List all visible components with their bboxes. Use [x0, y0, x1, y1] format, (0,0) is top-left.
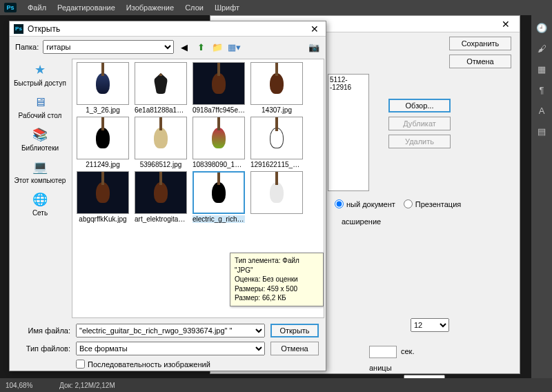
file-tooltip: Тип элемента: Файл "JPG" Оценка: Без оце… [230, 253, 324, 306]
pdf-list-item[interactable]: 5112--12916 [330, 76, 367, 91]
pdf-file-list[interactable]: 5112--12916 [328, 74, 369, 191]
radio-document-label: ный документ [346, 200, 395, 208]
menu-edit[interactable]: Редактирование [52, 3, 121, 12]
pages-label: аницы [369, 364, 392, 372]
radio-presentation-label: Презентация [415, 200, 461, 208]
ps-icon: Ps [14, 24, 23, 34]
seconds-input[interactable] [369, 346, 397, 358]
file-thumbnail[interactable]: 6e1a81288a18034... [133, 62, 188, 114]
thumbnail-image [77, 62, 129, 105]
thumbnail-label: 108398090_1GG.jpg [193, 161, 245, 168]
thumbnail-label: 53968512.jpg [135, 161, 187, 168]
back-icon[interactable]: ◀ [178, 41, 190, 53]
file-thumbnail[interactable]: electric_g_rich_rwgo [191, 171, 246, 223]
zoom-level[interactable]: 104,68% [6, 382, 47, 389]
desktop-icon: 🖥 [30, 94, 50, 110]
sidebar-quick-access[interactable]: ★ Быстрый доступ [14, 61, 66, 87]
network-icon: 🌐 [30, 191, 50, 208]
open-file-dialog: Ps Открыть ✕ Папка: гитары ◀ ⬆ 📁 ▦▾ 📷 ★ … [9, 21, 326, 371]
camera-icon[interactable]: 📷 [308, 41, 320, 53]
file-thumbnail[interactable]: art_elektrogitara... [133, 171, 188, 223]
file-thumbnail[interactable]: 108398090_1GG.jpg [191, 117, 246, 168]
status-bar: 104,68% Док: 2,12M/2,12M [0, 378, 552, 392]
sidebar-this-pc[interactable]: 💻 Этот компьютер [14, 159, 66, 184]
open-button[interactable]: Открыть [270, 324, 319, 337]
thumbnail-label: 0918a7ffc945ef... [193, 106, 245, 114]
open-title: Открыть [28, 24, 60, 34]
thumbnail-image [77, 171, 129, 214]
image-sequence-label: Последовательность изображений [88, 360, 210, 369]
menu-image[interactable]: Изображение [121, 3, 179, 12]
radio-document[interactable]: ный документ [335, 199, 395, 208]
brush-icon[interactable]: 🖌 [535, 41, 549, 55]
thumbnail-label: 211249.jpg [77, 161, 129, 168]
filetype-select[interactable]: Все форматы [76, 342, 265, 355]
filetype-label: Тип файлов: [17, 344, 70, 353]
filename-label: Имя файла: [17, 326, 70, 335]
file-thumbnail[interactable]: 0918a7ffc945ef... [191, 62, 246, 114]
menu-layers[interactable]: Слои [179, 3, 209, 12]
radio-presentation[interactable]: Презентация [404, 199, 461, 208]
image-sequence-checkbox[interactable] [76, 360, 85, 369]
this-pc-icon: 💻 [30, 159, 50, 175]
sidebar-libraries[interactable]: 📚 Библиотеки [21, 126, 59, 152]
pdf-expansion-label: асширение [342, 217, 381, 226]
file-thumbnail[interactable] [249, 171, 304, 223]
layers-icon[interactable]: ▤ [535, 124, 549, 138]
file-thumbnail[interactable]: 53968512.jpg [133, 117, 188, 168]
file-thumbnail[interactable]: abgqrffkKuk.jpg [75, 171, 130, 223]
browse-button[interactable]: Обзор... [388, 99, 451, 112]
thumbnail-image [135, 117, 187, 159]
thumbnail-image [193, 62, 245, 105]
file-thumbnail-area[interactable]: 1_3_26.jpg6e1a81288a18034...0918a7ffc945… [72, 59, 324, 318]
thumbnail-label: 14307.jpg [250, 106, 303, 114]
open-toolbar: Папка: гитары ◀ ⬆ 📁 ▦▾ 📷 [10, 37, 326, 57]
folder-label: Папка: [15, 43, 39, 51]
thumbnail-image [135, 62, 187, 105]
swatches-icon[interactable]: ▦ [535, 62, 549, 76]
file-thumbnail[interactable]: 14307.jpg [249, 62, 304, 114]
thumbnail-label: electric_g_rich_rwgo [193, 215, 245, 223]
app-menubar: Ps Файл Редактирование Изображение Слои … [0, 0, 552, 15]
thumbnail-image [193, 117, 245, 159]
thumbnail-image [250, 62, 303, 105]
ps-logo: Ps [4, 3, 17, 12]
view-icon[interactable]: ▦▾ [228, 41, 240, 53]
doc-size: Док: 2,12M/2,12M [59, 382, 115, 389]
tooltip-line: Размеры: 459 x 500 [235, 284, 319, 294]
up-icon[interactable]: ⬆ [195, 41, 207, 53]
sidebar-network[interactable]: 🌐 Сеть [30, 191, 50, 217]
thumbnail-label: art_elektrogitara... [135, 215, 187, 223]
history-icon[interactable]: 🕘 [535, 21, 549, 35]
sidebar-label: Этот компьютер [14, 177, 66, 184]
cancel-open-button[interactable]: Отмена [270, 342, 319, 355]
radio-document-input[interactable] [335, 199, 344, 208]
cancel-button[interactable]: Отмена [449, 55, 511, 68]
folder-select[interactable]: гитары [43, 40, 174, 54]
tooltip-line: Оценка: Без оценки [235, 275, 319, 284]
close-icon[interactable]: ✕ [497, 19, 514, 30]
sidebar-desktop[interactable]: 🖥 Рабочий стол [19, 94, 62, 119]
thumbnail-label: 6e1a81288a18034... [135, 106, 187, 114]
thumbnail-image [77, 117, 129, 159]
new-folder-icon[interactable]: 📁 [211, 41, 224, 53]
file-thumbnail[interactable]: 1_3_26.jpg [75, 62, 130, 114]
quick-access-icon: ★ [30, 61, 50, 78]
menu-type[interactable]: Шрифт [209, 3, 245, 12]
quality-select[interactable]: 12 [411, 318, 449, 332]
thumbnail-image [193, 171, 245, 214]
save-button[interactable]: Сохранить [449, 37, 511, 50]
paragraph-icon[interactable]: ¶ [535, 83, 549, 97]
filename-input[interactable]: "electric_guitar_bc_rich_rwgo_9393674.jp… [76, 324, 265, 337]
file-thumbnail[interactable]: 1291622115_1443... [249, 117, 304, 168]
tooltip-line: Тип элемента: Файл "JPG" [235, 256, 319, 275]
radio-presentation-input[interactable] [404, 199, 413, 208]
duplicate-button[interactable]: Дубликат [388, 117, 451, 130]
tooltip-line: Размер: 66,2 КБ [235, 293, 319, 303]
close-icon[interactable]: ✕ [308, 23, 322, 35]
file-thumbnail[interactable]: 211249.jpg [75, 117, 130, 168]
character-icon[interactable]: A [535, 104, 549, 117]
thumbnail-image [250, 171, 303, 214]
delete-button[interactable]: Удалить [388, 135, 451, 148]
menu-file[interactable]: Файл [22, 3, 52, 12]
